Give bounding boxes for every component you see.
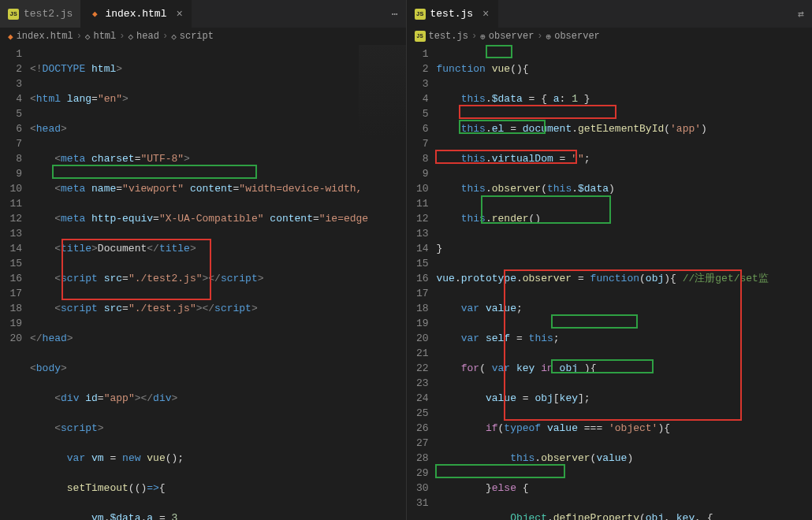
js-icon: JS xyxy=(415,9,426,20)
editor-split-container: JS test2.js ◆ index.html × ⋯ ◆index.html… xyxy=(0,0,812,520)
right-code[interactable]: function vue(){ this.$data = { a: 1 } th… xyxy=(437,45,813,520)
tab-index-html[interactable]: ◆ index.html × xyxy=(81,0,191,28)
js-icon: JS xyxy=(415,31,426,42)
chevron-icon: › xyxy=(471,31,477,42)
tab-label: index.html xyxy=(105,8,166,20)
highlight-box xyxy=(459,105,616,119)
tab-test2-js[interactable]: JS test2.js xyxy=(0,0,81,28)
tab-label: test.js xyxy=(430,8,474,20)
tab-actions-ellipsis[interactable]: ⋯ xyxy=(384,8,406,20)
left-code-area[interactable]: 1 2 3 4 5 6 7 8 9 10 11 12 13 14 15 16 1… xyxy=(0,45,406,520)
tab-test-js[interactable]: JS test.js × xyxy=(407,0,498,28)
breadcrumb-item[interactable]: observer xyxy=(554,31,600,42)
breadcrumb-item[interactable]: head xyxy=(136,31,159,42)
breadcrumb-item[interactable]: html xyxy=(93,31,116,42)
chevron-icon: › xyxy=(162,31,168,42)
right-code-area[interactable]: 1 2 3 4 5 6 7 8 9 10 11 12 13 14 15 16 1… xyxy=(407,45,813,520)
chevron-icon: › xyxy=(119,31,125,42)
highlight-box xyxy=(52,165,257,179)
highlight-box xyxy=(486,45,512,58)
ellipsis-icon: ⋯ xyxy=(392,9,398,20)
breadcrumb-item[interactable]: script xyxy=(180,31,214,42)
left-gutter: 1 2 3 4 5 6 7 8 9 10 11 12 13 14 15 16 1… xyxy=(0,45,30,520)
method-icon: ⊕ xyxy=(546,32,552,42)
html-icon: ◆ xyxy=(8,32,13,42)
tag-icon: ◇ xyxy=(128,32,133,42)
breadcrumb-item[interactable]: index.html xyxy=(17,31,73,42)
left-pane: JS test2.js ◆ index.html × ⋯ ◆index.html… xyxy=(0,0,407,520)
tab-label: test2.js xyxy=(24,8,73,20)
right-gutter: 1 2 3 4 5 6 7 8 9 10 11 12 13 14 15 16 1… xyxy=(407,45,437,520)
chevron-icon: › xyxy=(537,31,542,42)
tag-icon: ◇ xyxy=(171,32,177,42)
chevron-icon: › xyxy=(76,31,82,42)
html-icon: ◆ xyxy=(89,9,100,20)
highlight-box xyxy=(435,464,565,478)
js-icon: JS xyxy=(8,9,19,20)
highlight-box xyxy=(551,314,638,329)
compare-icon: ⇄ xyxy=(798,9,804,20)
tag-icon: ◇ xyxy=(85,32,91,42)
right-tabs-bar: JS test.js × ⇄ xyxy=(407,0,813,28)
close-icon[interactable]: × xyxy=(176,8,182,20)
compare-changes-icon[interactable]: ⇄ xyxy=(790,8,812,20)
breadcrumb-item[interactable]: observer xyxy=(489,31,535,42)
close-icon[interactable]: × xyxy=(482,8,489,20)
method-icon: ⊕ xyxy=(480,32,486,42)
right-pane: JS test.js × ⇄ JStest.js › ⊕observer › ⊕… xyxy=(407,0,813,520)
minimap[interactable] xyxy=(359,45,406,139)
left-code[interactable]: <!DOCTYPE html> <html lang="en"> <head> … xyxy=(30,45,406,520)
left-breadcrumbs[interactable]: ◆index.html › ◇html › ◇head › ◇script xyxy=(0,28,406,45)
right-breadcrumbs[interactable]: JStest.js › ⊕observer › ⊕observer xyxy=(407,28,813,45)
breadcrumb-item[interactable]: test.js xyxy=(429,31,468,42)
left-tabs-bar: JS test2.js ◆ index.html × ⋯ xyxy=(0,0,406,28)
